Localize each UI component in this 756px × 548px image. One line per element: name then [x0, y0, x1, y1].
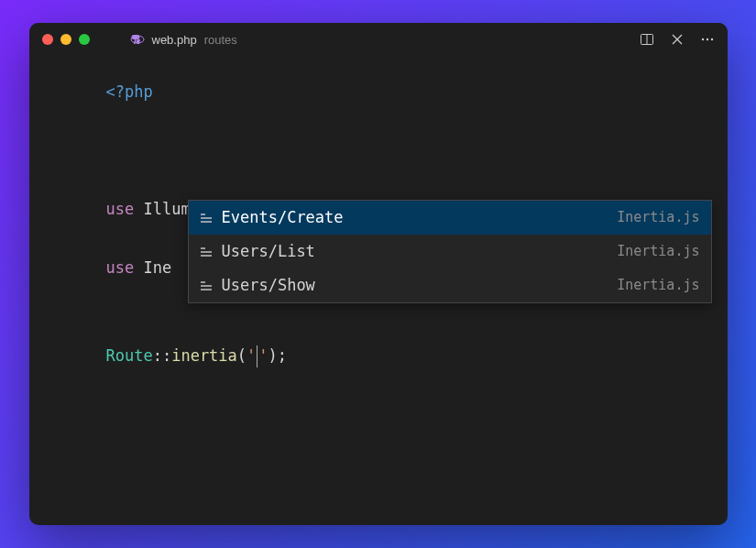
snippet-icon: [198, 210, 214, 226]
svg-point-6: [706, 38, 707, 40]
code-line-empty: [29, 137, 728, 166]
code-line: Route::inertia('');: [29, 342, 728, 371]
close-tab-icon[interactable]: [671, 33, 684, 46]
more-actions-icon[interactable]: [700, 32, 715, 47]
tab-folder: routes: [204, 33, 237, 47]
close-window-button[interactable]: [42, 34, 53, 45]
code-line-empty: [29, 107, 728, 137]
keyword-use: use: [106, 195, 135, 224]
autocomplete-detail: Inertia.js: [617, 273, 699, 299]
string-quote: ': [258, 342, 268, 370]
paren: (: [237, 342, 247, 370]
window-controls: [42, 34, 90, 45]
split-editor-icon[interactable]: [640, 32, 654, 47]
autocomplete-item[interactable]: Events/Create Inertia.js: [189, 201, 711, 235]
autocomplete-item[interactable]: Users/List Inertia.js: [189, 235, 711, 269]
autocomplete-detail: Inertia.js: [617, 239, 699, 265]
tab-filename: web.php: [152, 33, 197, 47]
class-name: Route: [106, 342, 153, 370]
keyword-use: use: [106, 254, 135, 282]
maximize-window-button[interactable]: [79, 34, 90, 45]
active-tab[interactable]: web.php routes: [130, 32, 237, 47]
code-line-empty: [29, 166, 728, 195]
scope-operator: ::: [153, 342, 171, 370]
snippet-icon: [198, 244, 214, 260]
autocomplete-popup: Events/Create Inertia.js Users/List Iner…: [188, 200, 712, 303]
minimize-window-button[interactable]: [60, 34, 71, 45]
autocomplete-label: Events/Create: [222, 203, 344, 232]
titlebar-actions: [640, 32, 715, 47]
svg-point-7: [710, 38, 712, 40]
editor-window: web.php routes <?php use Illuminate\Supp…: [29, 23, 728, 525]
titlebar: web.php routes: [29, 23, 728, 56]
php-file-icon: [130, 32, 145, 47]
text-cursor: [257, 345, 257, 367]
autocomplete-detail: Inertia.js: [617, 205, 699, 231]
paren: ): [268, 342, 278, 370]
autocomplete-label: Users/Show: [222, 271, 315, 300]
autocomplete-label: Users/List: [222, 237, 315, 266]
method-name: inertia: [171, 342, 237, 370]
string-quote: ': [247, 342, 256, 370]
code-line-empty: [29, 312, 728, 342]
semicolon: ;: [278, 342, 287, 370]
code-line: <?php: [29, 78, 728, 107]
php-open-tag: <?php: [106, 78, 153, 106]
code-editor[interactable]: <?php use Illuminate\Support\Facades\Rou…: [29, 56, 728, 525]
snippet-icon: [198, 278, 214, 294]
namespace-partial: Ine: [143, 254, 171, 282]
autocomplete-item[interactable]: Users/Show Inertia.js: [189, 269, 711, 302]
svg-point-5: [701, 38, 703, 40]
